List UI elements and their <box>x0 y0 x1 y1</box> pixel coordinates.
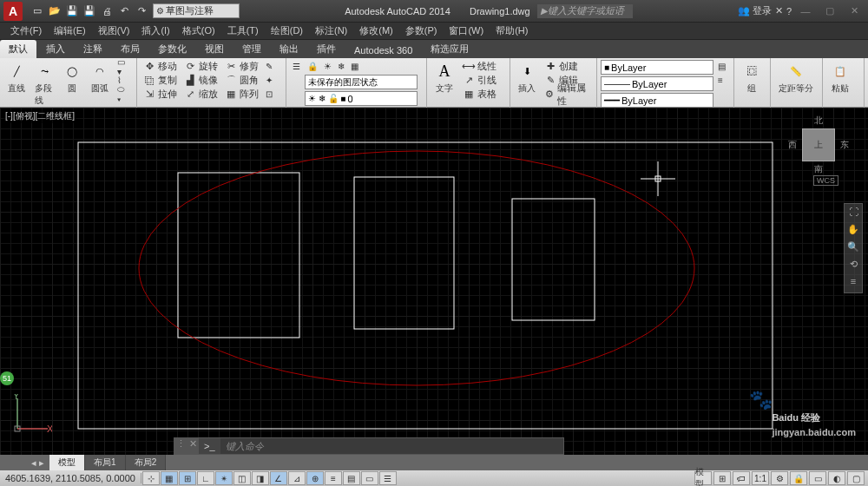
tab-annotate[interactable]: 注释 <box>75 40 111 58</box>
text-button[interactable]: A文字 <box>431 60 458 96</box>
line-button[interactable]: ╱直线 <box>3 60 30 96</box>
sb-otrack[interactable]: ∠ <box>270 471 287 485</box>
polyline-button[interactable]: ⤳多段线 <box>31 60 57 108</box>
layerstate-combo[interactable]: 未保存的图层状态 <box>305 75 418 89</box>
exchange-icon[interactable]: ✕ <box>775 5 783 16</box>
array-button[interactable]: ▦阵列 <box>222 88 261 101</box>
sb-iso[interactable]: ◐ <box>828 471 845 485</box>
sb-ortho[interactable]: ∟ <box>197 471 214 485</box>
tab-home[interactable]: 默认 <box>0 40 36 58</box>
tab-featured[interactable]: 精选应用 <box>422 40 477 58</box>
help-icon[interactable]: ? <box>786 6 792 16</box>
erase-icon[interactable]: ✎ <box>263 60 275 73</box>
color-combo[interactable]: ■ ByLayer <box>601 60 713 75</box>
layer-icon[interactable]: ❄ <box>335 60 347 73</box>
copy-button[interactable]: ⿻复制 <box>141 74 180 87</box>
layer-icon[interactable]: ▦ <box>348 60 361 73</box>
close-button[interactable]: ✕ <box>844 4 865 18</box>
sb-lwt[interactable]: ≡ <box>325 471 342 485</box>
ellipse-icon[interactable]: ⬭ ▾ <box>115 88 133 101</box>
tab-layout[interactable]: 布局 <box>112 40 148 58</box>
sb-osnap[interactable]: ◫ <box>233 471 251 485</box>
sb-3dosnap[interactable]: ◨ <box>252 471 269 485</box>
stretch-button[interactable]: ⇲拉伸 <box>141 88 180 101</box>
sb-sc[interactable]: ☰ <box>379 471 397 485</box>
sb-ws[interactable]: ⚙ <box>771 471 788 485</box>
help-search[interactable]: ▶ 键入关键字或短语 <box>537 4 633 18</box>
scale-button[interactable]: ⤢缩放 <box>181 88 220 101</box>
linear-dim-button[interactable]: ⟷线性 <box>460 60 499 73</box>
sb-snap[interactable]: ▦ <box>161 471 178 485</box>
cmd-close-icon[interactable]: ✕ <box>187 438 199 454</box>
sb-tpy[interactable]: ▤ <box>343 471 360 485</box>
insert-block-button[interactable]: ⬇插入 <box>514 60 540 96</box>
viewcube[interactable]: 北 南 西 东 上 <box>788 115 849 175</box>
maximize-button[interactable]: ▢ <box>819 4 840 18</box>
tab-layout2[interactable]: 布局2 <box>126 455 167 470</box>
redo-icon[interactable]: ↷ <box>134 3 149 19</box>
tab-parametric[interactable]: 参数化 <box>149 40 195 58</box>
menu-tools[interactable]: 工具(T) <box>222 23 264 39</box>
save-icon[interactable]: 💾 <box>64 3 80 19</box>
sb-model[interactable]: 模型 <box>694 471 712 485</box>
menu-file[interactable]: 文件(F) <box>5 23 47 39</box>
menu-edit[interactable]: 编辑(E) <box>49 23 91 39</box>
list-icon[interactable]: ≡ <box>715 74 728 87</box>
menu-help[interactable]: 帮助(H) <box>490 23 533 39</box>
measure-button[interactable]: 📏定距等分 <box>774 60 818 96</box>
tab-output[interactable]: 输出 <box>271 40 307 58</box>
cmd-input[interactable]: 键入命令 <box>220 440 563 453</box>
edit-attr-button[interactable]: ⚙编辑属性 <box>542 88 593 101</box>
sb-ducs[interactable]: ⊿ <box>288 471 306 485</box>
saveas-icon[interactable]: 💾 <box>82 3 97 19</box>
minimize-button[interactable]: — <box>795 4 816 18</box>
wcs-label[interactable]: WCS <box>813 175 838 186</box>
tab-model[interactable]: 模型 <box>49 455 85 470</box>
workspace-selector[interactable]: ⚙ 草图与注释 <box>153 3 240 18</box>
trim-button[interactable]: ✂修剪 <box>222 60 261 73</box>
tab-nav-icon[interactable]: ◂ ▸ <box>26 457 49 469</box>
tab-manage[interactable]: 管理 <box>233 40 270 58</box>
layerprop-icon[interactable]: ☰ <box>290 60 303 73</box>
fillet-button[interactable]: ⌒圆角 <box>222 74 261 87</box>
open-icon[interactable]: 📂 <box>47 3 62 19</box>
sb-hw[interactable]: ▭ <box>809 471 826 485</box>
rect-icon[interactable]: ▭ ▾ <box>115 60 133 73</box>
layer-icon[interactable]: 🔒 <box>305 60 320 73</box>
sb-dyn[interactable]: ⊕ <box>306 471 324 485</box>
tab-insert[interactable]: 插入 <box>37 40 74 58</box>
command-line[interactable]: ⋮ ✕ >_ 键入命令 <box>174 437 564 455</box>
sb-infer[interactable]: ⊹ <box>142 471 160 485</box>
sb-polar[interactable]: ✴ <box>215 471 233 485</box>
sb-grid2[interactable]: ⊞ <box>713 471 731 485</box>
menu-param[interactable]: 参数(P) <box>400 23 443 39</box>
move-button[interactable]: ✥移动 <box>141 60 180 73</box>
match-prop-icon[interactable]: ▤ <box>715 60 728 73</box>
new-icon[interactable]: ▭ <box>30 3 45 19</box>
offset-icon[interactable]: ⊡ <box>263 88 275 101</box>
user-icon[interactable]: 👥 登录 <box>738 4 772 17</box>
tab-layout1[interactable]: 布局1 <box>85 455 126 470</box>
rotate-button[interactable]: ⟳旋转 <box>181 60 220 73</box>
tab-view[interactable]: 视图 <box>196 40 233 58</box>
arc-button[interactable]: ◠圆弧 <box>87 60 113 96</box>
undo-icon[interactable]: ↶ <box>116 3 132 19</box>
menu-view[interactable]: 视图(V) <box>93 23 135 39</box>
sb-scale[interactable]: 1:1 <box>752 471 769 485</box>
leader-button[interactable]: ↗引线 <box>460 74 499 87</box>
sb-qp[interactable]: ▭ <box>361 471 378 485</box>
sb-clean[interactable]: ▢ <box>847 471 865 485</box>
linetype-combo[interactable]: ——— ByLayer <box>601 76 713 91</box>
drawing-canvas[interactable]: [-][俯视][二维线框] 51 Y X 北 南 西 东 上 WCS ⛶✋🔍⟲≡… <box>0 108 868 455</box>
explode-icon[interactable]: ✦ <box>263 74 275 87</box>
plot-icon[interactable]: 🖨 <box>99 3 115 19</box>
sb-annoscale[interactable]: 🏷 <box>733 471 750 485</box>
menu-dim[interactable]: 标注(N) <box>310 23 352 39</box>
tab-a360[interactable]: Autodesk 360 <box>345 43 421 58</box>
menu-window[interactable]: 窗口(W) <box>444 23 489 39</box>
mirror-button[interactable]: ▟镜像 <box>181 74 220 87</box>
sb-grid[interactable]: ⊞ <box>179 471 196 485</box>
sb-lock[interactable]: 🔒 <box>790 471 807 485</box>
paste-button[interactable]: 📋粘贴 <box>826 60 854 96</box>
create-block-button[interactable]: ✚创建 <box>542 60 593 73</box>
